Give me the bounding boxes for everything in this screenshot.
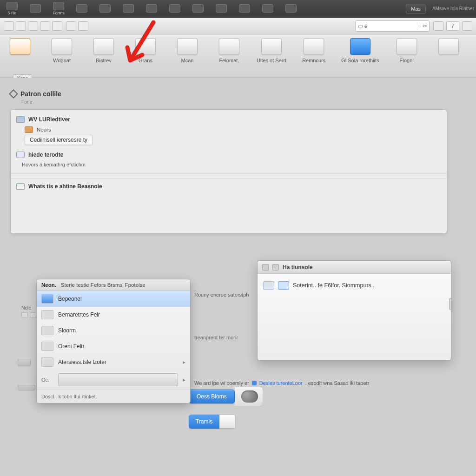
dropdown-toggle[interactable] bbox=[235, 387, 263, 406]
app-icon bbox=[41, 326, 53, 335]
tool-icon[interactable] bbox=[40, 21, 50, 31]
tool-icon[interactable] bbox=[433, 21, 443, 31]
context-menu: Neon. Sterie testie Fefors Brsms' Fpotol… bbox=[36, 279, 191, 403]
app-icon bbox=[41, 342, 53, 351]
ctx-item-1[interactable]: Bernaretrtes Feir bbox=[37, 307, 190, 323]
info-icon bbox=[252, 381, 257, 385]
context-menu-footer: Doscl.. k tobn lfui rtinket. bbox=[37, 390, 190, 403]
menu-item-0[interactable]: 5 Re bbox=[2, 1, 22, 16]
slot-icon bbox=[18, 359, 31, 366]
search-input[interactable]: ▭ e i ✂ bbox=[355, 20, 430, 32]
tool-icon[interactable] bbox=[462, 21, 472, 31]
doc-icon bbox=[16, 183, 25, 190]
app-icon bbox=[41, 310, 53, 319]
search-placeholder: e bbox=[364, 23, 368, 29]
tool-icon[interactable] bbox=[52, 21, 62, 31]
primary-action-button[interactable]: Oess Bloms bbox=[189, 390, 235, 403]
slot-icon bbox=[18, 385, 35, 390]
menu-item-5[interactable] bbox=[118, 3, 139, 14]
section-subtitle: For e bbox=[21, 99, 466, 105]
cat-item-4[interactable]: Mcan bbox=[173, 38, 202, 63]
side-note: treanprent ter monr bbox=[194, 335, 238, 340]
detail-header: Ha tiunsole bbox=[258, 261, 451, 274]
folder-icon bbox=[25, 126, 33, 133]
menu-item-8[interactable] bbox=[188, 3, 208, 14]
doc-icon bbox=[16, 152, 25, 158]
app-icon bbox=[263, 281, 274, 290]
slider-track[interactable] bbox=[58, 373, 178, 386]
tool-icon[interactable] bbox=[4, 21, 14, 31]
scissors-icon[interactable]: ✂ bbox=[423, 23, 427, 29]
tool-icon[interactable] bbox=[78, 21, 88, 31]
cat-item-10[interactable] bbox=[434, 38, 463, 58]
menubar-caption: AMsove Inla Rinther bbox=[432, 6, 474, 11]
section-title: Patron collile bbox=[10, 90, 466, 98]
panel-row[interactable]: hiede terodte bbox=[11, 150, 447, 160]
toggle-off[interactable] bbox=[219, 415, 235, 429]
menubar-primary-button[interactable]: Mas bbox=[406, 4, 426, 14]
context-menu-header: Neon. Sterie testie Fefors Brsms' Fpotol… bbox=[37, 279, 190, 291]
window-icon bbox=[262, 264, 269, 271]
diamond-icon bbox=[9, 89, 18, 99]
cat-item-5[interactable]: Felomat. bbox=[215, 38, 244, 63]
menu-item-9[interactable] bbox=[211, 3, 231, 14]
cat-item-3[interactable]: Grans bbox=[131, 38, 160, 63]
app-icon bbox=[278, 281, 289, 290]
cat-item-2[interactable]: Bistrev bbox=[89, 38, 118, 63]
panel-row[interactable]: Neors bbox=[11, 125, 447, 135]
tiny-icon[interactable] bbox=[30, 312, 36, 318]
inline-link[interactable]: Desles turenteLoor bbox=[259, 380, 303, 386]
tiny-icons bbox=[21, 312, 36, 318]
menu-item-11[interactable] bbox=[258, 3, 278, 14]
panel-row[interactable]: WV LURiedtiver bbox=[11, 114, 447, 125]
tool-icon[interactable] bbox=[28, 21, 38, 31]
chevron-right-icon: ▸ bbox=[183, 377, 185, 383]
side-note: Rouny eneroe satorstph bbox=[194, 292, 249, 298]
side-note: We ard ipe wi ooemly er Desles turenteLo… bbox=[194, 380, 369, 386]
ctx-item-2[interactable]: Sloorm bbox=[37, 323, 190, 338]
cat-item-1[interactable]: Wdgnat bbox=[47, 38, 76, 63]
tool-icon[interactable] bbox=[16, 21, 26, 31]
menu-item-3[interactable] bbox=[72, 3, 92, 14]
window-icon bbox=[272, 264, 279, 271]
menu-item-7[interactable] bbox=[165, 3, 185, 14]
tiny-icon[interactable] bbox=[21, 312, 28, 318]
ctx-item-4[interactable]: Atersiess.tsle lzoter▸ bbox=[37, 354, 190, 370]
detail-popup: Ha tiunsole Soterint.. fe F6lfor. Siommp… bbox=[257, 260, 451, 361]
secondary-toolbar: ▭ e i ✂ 7 bbox=[0, 18, 476, 34]
category-bar: Wdgnat Bistrev Grans Mcan Felomat. Ultes… bbox=[0, 34, 476, 78]
ctx-item-3[interactable]: Oreni Feltr bbox=[37, 338, 190, 354]
menu-item-1[interactable] bbox=[25, 3, 46, 14]
app-icon bbox=[41, 357, 53, 367]
panel-row[interactable]: Whats tis e ahtine Beasnoie bbox=[11, 178, 447, 192]
menu-item-12[interactable] bbox=[281, 3, 301, 14]
toggle-button[interactable]: Tramls bbox=[189, 415, 235, 429]
cat-item-7[interactable]: Remncurs bbox=[299, 38, 328, 63]
cat-item-0[interactable] bbox=[6, 38, 34, 58]
tool-icon[interactable] bbox=[66, 21, 76, 31]
cat-item-9[interactable]: Elognl bbox=[392, 38, 421, 63]
italic-icon[interactable]: i bbox=[419, 23, 421, 29]
menubar: 5 Re Forms Mas AMsove Inla Rinther bbox=[0, 0, 476, 18]
page-icon: ▭ bbox=[357, 23, 363, 29]
menu-item-10[interactable] bbox=[234, 3, 255, 14]
cat-item-8[interactable]: Gl Sola rorethiits bbox=[341, 38, 379, 63]
ctx-item-0[interactable]: Bepeonel bbox=[37, 291, 190, 307]
knob-icon bbox=[241, 390, 258, 403]
menu-item-6[interactable] bbox=[141, 3, 162, 14]
resize-handle-icon[interactable] bbox=[449, 298, 452, 310]
menu-item-2[interactable]: Forms bbox=[48, 1, 69, 16]
app-icon bbox=[41, 294, 53, 304]
cat-item-6[interactable]: Ultes ot Serrt bbox=[257, 38, 286, 63]
bottom-actions: Oess Bloms Tramls bbox=[189, 387, 263, 429]
toggle-label: Tramls bbox=[189, 415, 219, 429]
detail-body[interactable]: Soterint.. fe F6lfor. Siommpurs.. bbox=[258, 274, 451, 297]
folder-icon bbox=[16, 116, 25, 123]
hidden-label: Ncle bbox=[21, 305, 31, 311]
page-number: 7 bbox=[446, 21, 459, 31]
panel-note: Hovors á kemathrg efctichm bbox=[11, 160, 447, 169]
panel-hint-box: Cediinisell ierersesre ty bbox=[25, 135, 93, 145]
menu-item-4[interactable] bbox=[95, 3, 115, 14]
chevron-right-icon: ▸ bbox=[183, 359, 185, 365]
ctx-item-oc[interactable]: Oc.▸ bbox=[37, 370, 190, 390]
